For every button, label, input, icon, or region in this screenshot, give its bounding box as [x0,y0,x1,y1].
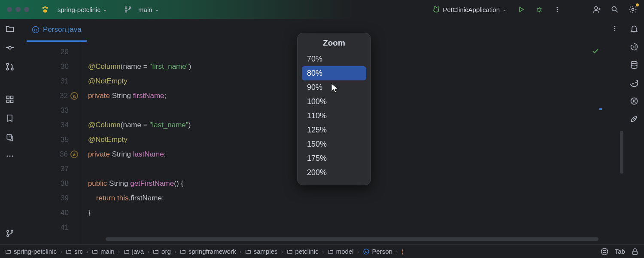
gutter-inlay-badge[interactable]: a [70,150,78,158]
line-gutter: 29303132a33343536a3738394041 [20,42,80,244]
zoom-option[interactable]: 200% [302,166,366,180]
svg-text:C: C [34,28,37,32]
run-config-selector[interactable]: PetClinicApplication ⌄ [429,4,510,15]
svg-point-23 [7,156,8,157]
spring-tool-icon[interactable] [629,114,639,124]
inspection-ok-icon[interactable] [592,47,599,57]
search-everywhere-button[interactable] [608,3,622,16]
breadcrumb-segment[interactable]: src [66,248,83,255]
structure-tool-icon[interactable] [5,95,15,104]
chevron-right-icon: › [354,248,363,255]
branch-selector[interactable]: main ⌄ [135,4,163,15]
breadcrumb-segment[interactable]: springframework [180,248,236,255]
run-button[interactable] [514,3,528,16]
svg-point-13 [632,9,634,11]
vertical-scrollbar[interactable] [620,131,623,174]
git-tool-icon[interactable] [5,229,15,238]
project-tool-icon[interactable] [5,24,15,34]
svg-point-39 [601,248,608,255]
right-tool-strip [624,19,644,244]
settings-badge-dot [636,3,639,6]
chevron-right-icon: › [278,248,287,255]
code-line[interactable]: } [80,206,624,220]
svg-point-9 [557,9,558,10]
code-line[interactable]: return this.firstName; [80,191,624,206]
more-tools-icon[interactable] [5,151,15,161]
file-tab-person[interactable]: C Person.java [27,19,87,42]
gradle-tool-icon[interactable] [629,78,639,88]
project-selector[interactable]: spring-petclinic ⌄ [54,4,111,15]
chevron-right-icon: › [144,248,153,255]
svg-point-5 [129,7,131,9]
tab-indicator-label: Tab [615,248,625,255]
line-number: 39 [20,191,80,206]
svg-point-6 [125,11,127,12]
svg-rect-19 [11,96,13,99]
breadcrumb-class[interactable]: CPerson [363,248,393,255]
zoom-option[interactable]: 100% [302,95,366,109]
zoom-option[interactable]: 110% [302,109,366,123]
zoom-option[interactable]: 150% [302,137,366,151]
breadcrumb-segment[interactable]: petclinic [287,248,319,255]
branch-name: main [138,6,152,13]
mouse-cursor-icon [331,83,339,95]
svg-point-15 [6,63,9,65]
notifications-icon[interactable] [629,24,639,34]
line-number: 33 [20,103,80,118]
breadcrumb-segment[interactable]: model [328,248,354,255]
vcs-branch-icon[interactable] [121,3,135,16]
horizontal-scrollbar[interactable] [106,237,598,241]
traffic-max[interactable] [24,7,29,12]
zoom-option[interactable]: 125% [302,123,366,137]
breadcrumb-segment[interactable]: samples [245,248,278,255]
run-app-icon [432,6,440,13]
database-tool-icon[interactable] [629,60,639,70]
navigation-bar[interactable]: spring-petclinic›src›main›java›org›sprin… [0,244,644,258]
chevron-right-icon: › [319,248,328,255]
zoom-option[interactable]: 80% [302,66,366,80]
commit-tool-icon[interactable] [5,43,15,52]
bookmarks-tool-icon[interactable] [5,114,15,123]
database-duplicate-icon[interactable] [5,132,15,142]
chevron-right-icon: › [171,248,180,255]
zoom-popup-title: Zoom [298,33,371,51]
code-with-me-icon[interactable] [590,3,604,16]
gutter-inlay-badge[interactable]: a [70,92,78,100]
breadcrumb-segment[interactable]: java [124,248,144,255]
breadcrumb-segment[interactable]: main [92,248,115,255]
debug-button[interactable] [532,3,546,16]
line-number: 29 [20,45,80,59]
ai-assistant-icon[interactable] [629,42,639,52]
line-number: 40 [20,206,80,220]
chevron-right-icon: › [115,248,124,255]
code-line[interactable] [80,220,624,235]
svg-point-27 [11,230,13,232]
pull-requests-icon[interactable] [5,62,15,71]
traffic-min[interactable] [15,7,21,12]
breadcrumb-segment[interactable]: org [153,248,171,255]
line-number: 31 [20,74,80,89]
maven-tool-icon[interactable] [629,96,639,106]
line-number: 36a [20,147,80,162]
more-actions-button[interactable] [550,3,564,16]
breadcrumb-segment[interactable]: spring-petclinic [5,248,57,255]
run-config-name: PetClinicApplication [443,6,500,13]
chevron-right-icon: › [392,248,401,255]
line-number: 34 [20,118,80,132]
left-tool-strip [0,19,20,244]
reader-mode-icon[interactable] [600,247,609,256]
settings-button[interactable] [626,3,640,16]
line-number: 32a [20,89,80,103]
svg-rect-21 [11,100,13,103]
chevron-right-icon: › [83,248,92,255]
traffic-close[interactable] [7,7,12,12]
zoom-option[interactable]: 175% [302,151,366,166]
tab-filename: Person.java [43,25,82,34]
tab-more-actions[interactable] [611,25,618,34]
zoom-option[interactable]: 70% [302,52,366,66]
svg-point-4 [125,7,127,9]
line-number: 41 [20,220,80,235]
breadcrumb-member[interactable]: ( [401,248,404,255]
svg-point-2 [46,7,48,9]
lock-icon[interactable] [631,248,639,255]
